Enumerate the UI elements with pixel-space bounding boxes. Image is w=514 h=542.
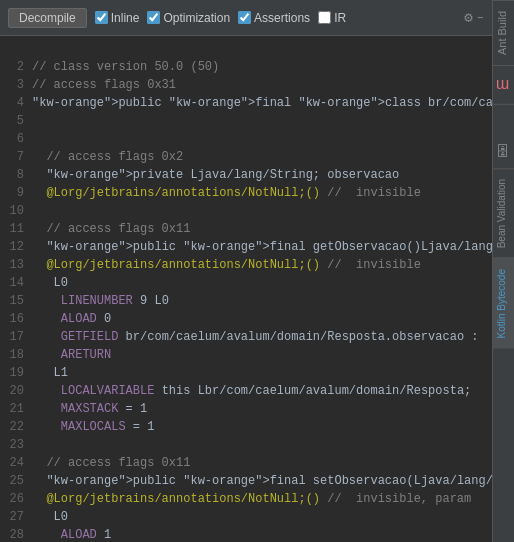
line-content: ALOAD 1 xyxy=(32,526,111,542)
line-content: MAXSTACK = 1 xyxy=(32,400,147,418)
toolbar: Decompile Inline Optimization Assertions… xyxy=(0,0,492,36)
minimize-icon[interactable]: – xyxy=(477,11,484,25)
code-line: 26 @Lorg/jetbrains/annotations/NotNull;(… xyxy=(0,490,492,508)
line-number: 20 xyxy=(0,382,32,400)
line-number: 26 xyxy=(0,490,32,508)
line-content: MAXLOCALS = 1 xyxy=(32,418,154,436)
line-number: 23 xyxy=(0,436,32,454)
line-number: 12 xyxy=(0,238,32,256)
line-content: ARETURN xyxy=(32,346,111,364)
inline-checkbox[interactable] xyxy=(95,11,108,24)
settings-icon[interactable]: ⚙ xyxy=(464,9,472,26)
inline-label: Inline xyxy=(111,11,140,25)
code-line: 9 @Lorg/jetbrains/annotations/NotNull;()… xyxy=(0,184,492,202)
code-line: 4"kw-orange">public "kw-orange">final "k… xyxy=(0,94,492,112)
line-number: 27 xyxy=(0,508,32,526)
ir-checkbox[interactable] xyxy=(318,11,331,24)
code-line xyxy=(0,40,492,58)
assertions-checkbox-label[interactable]: Assertions xyxy=(238,11,310,25)
line-content: LINENUMBER 9 L0 xyxy=(32,292,169,310)
code-line: 25 "kw-orange">public "kw-orange">final … xyxy=(0,472,492,490)
code-line: 13 @Lorg/jetbrains/annotations/NotNull;(… xyxy=(0,256,492,274)
gear-area: ⚙ – xyxy=(464,9,484,26)
right-tabs: Ant Build m 🗄 Database Bean Validation K… xyxy=(492,0,514,542)
code-line: 22 MAXLOCALS = 1 xyxy=(0,418,492,436)
code-line: 20 LOCALVARIABLE this Lbr/com/caelum/ava… xyxy=(0,382,492,400)
line-number: 3 xyxy=(0,76,32,94)
line-content: // access flags 0x11 xyxy=(32,454,190,472)
code-line: 27 L0 xyxy=(0,508,492,526)
tab-maven-projects[interactable]: m xyxy=(493,65,514,104)
line-number: 10 xyxy=(0,202,32,220)
inline-checkbox-label[interactable]: Inline xyxy=(95,11,140,25)
line-number: 2 xyxy=(0,58,32,76)
line-number: 13 xyxy=(0,256,32,274)
ir-checkbox-label[interactable]: IR xyxy=(318,11,346,25)
line-content: L1 xyxy=(32,364,68,382)
code-line: 16 ALOAD 0 xyxy=(0,310,492,328)
optimization-checkbox[interactable] xyxy=(147,11,160,24)
line-content: LOCALVARIABLE this Lbr/com/caelum/avalum… xyxy=(32,382,471,400)
line-content: // access flags 0x2 xyxy=(32,148,183,166)
tab-kotlin-bytecode[interactable]: Kotlin Bytecode xyxy=(493,258,514,349)
line-number: 18 xyxy=(0,346,32,364)
line-content: L0 xyxy=(32,508,68,526)
code-line: 3// access flags 0x31 xyxy=(0,76,492,94)
line-number: 17 xyxy=(0,328,32,346)
code-line: 14 L0 xyxy=(0,274,492,292)
code-line: 7 // access flags 0x2 xyxy=(0,148,492,166)
line-content: @Lorg/jetbrains/annotations/NotNull;() /… xyxy=(32,256,421,274)
code-line: 5 xyxy=(0,112,492,130)
line-number: 15 xyxy=(0,292,32,310)
line-number: 22 xyxy=(0,418,32,436)
code-line: 21 MAXSTACK = 1 xyxy=(0,400,492,418)
line-content: // class version 50.0 (50) xyxy=(32,58,219,76)
line-number: 19 xyxy=(0,364,32,382)
code-line: 11 // access flags 0x11 xyxy=(0,220,492,238)
optimization-label: Optimization xyxy=(163,11,230,25)
line-number: 4 xyxy=(0,94,32,112)
line-content: "kw-orange">public "kw-orange">final get… xyxy=(32,238,492,256)
line-number: 7 xyxy=(0,148,32,166)
line-number: 25 xyxy=(0,472,32,490)
code-line: 18 ARETURN xyxy=(0,346,492,364)
line-content: L0 xyxy=(32,274,68,292)
code-line: 24 // access flags 0x11 xyxy=(0,454,492,472)
code-line: 6 xyxy=(0,130,492,148)
decompile-button[interactable]: Decompile xyxy=(8,8,87,28)
assertions-label: Assertions xyxy=(254,11,310,25)
ir-label: IR xyxy=(334,11,346,25)
line-number: 16 xyxy=(0,310,32,328)
line-content: "kw-orange">public "kw-orange">final "kw… xyxy=(32,94,492,112)
line-number: 8 xyxy=(0,166,32,184)
line-content: "kw-orange">public "kw-orange">final set… xyxy=(32,472,492,490)
line-number: 24 xyxy=(0,454,32,472)
code-line: 28 ALOAD 1 xyxy=(0,526,492,542)
line-content: @Lorg/jetbrains/annotations/NotNull;() /… xyxy=(32,490,471,508)
optimization-checkbox-label[interactable]: Optimization xyxy=(147,11,230,25)
line-number: 14 xyxy=(0,274,32,292)
code-line: 12 "kw-orange">public "kw-orange">final … xyxy=(0,238,492,256)
code-line: 10 xyxy=(0,202,492,220)
line-content: ALOAD 0 xyxy=(32,310,111,328)
code-area: 2// class version 50.0 (50)3// access fl… xyxy=(0,36,492,542)
code-line: 17 GETFIELD br/com/caelum/avalum/domain/… xyxy=(0,328,492,346)
line-number: 6 xyxy=(0,130,32,148)
line-number: 11 xyxy=(0,220,32,238)
code-line: 19 L1 xyxy=(0,364,492,382)
tab-bean-validation[interactable]: Bean Validation xyxy=(493,168,514,258)
assertions-checkbox[interactable] xyxy=(238,11,251,24)
line-content: GETFIELD br/com/caelum/avalum/domain/Res… xyxy=(32,328,478,346)
line-content: @Lorg/jetbrains/annotations/NotNull;() /… xyxy=(32,184,421,202)
line-number: 21 xyxy=(0,400,32,418)
line-content: // access flags 0x31 xyxy=(32,76,176,94)
code-line: 23 xyxy=(0,436,492,454)
code-line: 8 "kw-orange">private Ljava/lang/String;… xyxy=(0,166,492,184)
code-line: 15 LINENUMBER 9 L0 xyxy=(0,292,492,310)
line-number: 5 xyxy=(0,112,32,130)
tab-ant-build[interactable]: Ant Build xyxy=(493,0,514,65)
line-content: // access flags 0x11 xyxy=(32,220,190,238)
tab-database[interactable]: 🗄 Database xyxy=(493,104,514,168)
line-number: 28 xyxy=(0,526,32,542)
line-number: 9 xyxy=(0,184,32,202)
